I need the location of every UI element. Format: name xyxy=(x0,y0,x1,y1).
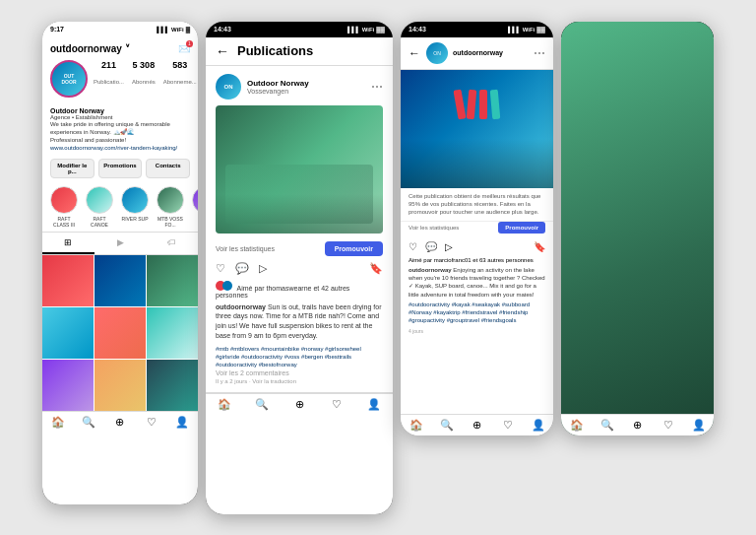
highlight-mt[interactable]: MT xyxy=(192,186,198,228)
pub-caption: outdoornorway Sun is out, trails have be… xyxy=(216,302,383,341)
highlight-sup[interactable]: RIVER SUP xyxy=(121,186,149,228)
notification-icon[interactable]: ✉️1 xyxy=(178,43,190,54)
nav-home-icon[interactable]: 🏠 xyxy=(42,416,74,429)
nav-add-4[interactable]: ⊕ xyxy=(622,419,653,432)
post-3-comment-icon[interactable]: 💬 xyxy=(425,241,437,252)
post-3-more[interactable]: ⋯ xyxy=(534,46,545,60)
battery-icon-2: ▓▓ xyxy=(376,27,385,33)
status-bar-1: 9:17 ▌▌▌ WiFi ▓ xyxy=(42,22,198,37)
pub-post-info: Outdoor Norway Vossevangen xyxy=(247,79,371,95)
nav-search-icon[interactable]: 🔍 xyxy=(74,416,105,429)
pub-title: Publications xyxy=(237,43,383,58)
grid-photo-3[interactable] xyxy=(147,255,198,306)
pub-back-button[interactable]: ← xyxy=(216,43,229,59)
tab-tagged[interactable]: 🏷 xyxy=(146,233,198,254)
post-3-view-stats[interactable]: Voir les statistiques xyxy=(409,225,459,231)
pub-post-image-bg xyxy=(216,105,383,234)
stat-pub-label: Publicatio... xyxy=(94,79,124,85)
profile-bio-text: We take pride in offering unique & memor… xyxy=(50,121,190,137)
bottom-nav-1: 🏠 🔍 ⊕ ♡ 👤 xyxy=(42,411,198,433)
nav-add-icon[interactable]: ⊕ xyxy=(104,416,136,429)
post-3-back[interactable]: ← xyxy=(409,46,420,60)
nav-search-icon-2[interactable]: 🔍 xyxy=(243,398,281,411)
post-3-bookmark-icon[interactable]: 🔖 xyxy=(534,241,545,252)
pub-post-image xyxy=(216,105,383,234)
bottom-nav-2: 🏠 🔍 ⊕ ♡ 👤 xyxy=(206,393,393,415)
comment-icon[interactable]: 💬 xyxy=(235,262,249,275)
edit-profile-button[interactable]: Modifier le p... xyxy=(50,159,94,178)
nav-add-icon-2[interactable]: ⊕ xyxy=(281,398,318,411)
pub-post-more-icon[interactable]: ⋯ xyxy=(371,80,383,94)
grid-photo-1[interactable] xyxy=(42,255,94,306)
nav-home-3[interactable]: 🏠 xyxy=(401,419,431,432)
promotions-button[interactable]: Promotions xyxy=(98,159,143,178)
stat-followers-label: Abonnés xyxy=(132,79,156,85)
post-3-liked-by: Aimé par marciofranc01 et 63 autres pers… xyxy=(401,257,553,266)
signal-icon-2: ▌▌▌ xyxy=(347,27,360,33)
bottom-nav-4: 🏠 🔍 ⊕ ♡ 👤 xyxy=(561,414,714,435)
profile-top-bar: outdoornorway ˅ ✉️1 xyxy=(50,43,190,54)
grid-photo-6[interactable] xyxy=(147,307,198,359)
grid-photo-9[interactable] xyxy=(147,360,198,411)
grid-photo-5[interactable] xyxy=(94,307,146,359)
stat-following: 583 Abonneme... xyxy=(163,60,197,88)
wifi-3: WiFi xyxy=(523,27,536,33)
nav-profile-icon-2[interactable]: 👤 xyxy=(355,398,393,411)
post-3-caption: outdoornorway Enjoying an activity on th… xyxy=(401,266,553,302)
like-icon[interactable]: ♡ xyxy=(216,262,225,275)
nav-heart-3[interactable]: ♡ xyxy=(492,419,523,432)
pub-post-actions: ♡ 💬 ▷ 🔖 xyxy=(216,262,383,275)
nav-profile-3[interactable]: 👤 xyxy=(523,419,553,432)
contacts-button[interactable]: Contacts xyxy=(146,159,190,178)
highlight-raft[interactable]: RAFT CLASS III xyxy=(50,186,78,228)
grid-photo-8[interactable] xyxy=(94,360,146,411)
nav-search-4[interactable]: 🔍 xyxy=(592,419,622,432)
post-3-avatar: ON xyxy=(426,42,448,64)
grid-photo-2[interactable] xyxy=(94,255,146,306)
profile-username[interactable]: outdoornorway ˅ xyxy=(50,43,130,54)
nav-heart-icon[interactable]: ♡ xyxy=(136,416,167,429)
nav-search-3[interactable]: 🔍 xyxy=(431,419,462,432)
pub-stats-bar: Voir les statistiques Promouvoir xyxy=(216,241,383,256)
time-3: 14:43 xyxy=(409,26,426,33)
profile-buttons: Modifier le p... Promotions Contacts xyxy=(42,155,198,182)
signal-3: ▌▌▌ xyxy=(508,27,521,33)
phone-publications-screen: 14:43 ▌▌▌ WiFi ▓▓ ← Publications ON Outd… xyxy=(206,22,393,514)
post-3-info-text: Cette publication obtient de meilleurs r… xyxy=(401,188,553,222)
highlight-canoe[interactable]: RAFT CANOE xyxy=(86,186,113,228)
nav-heart-icon-2[interactable]: ♡ xyxy=(318,398,355,411)
nav-heart-4[interactable]: ♡ xyxy=(653,419,683,432)
share-icon[interactable]: ▷ xyxy=(259,262,267,275)
liked-by-text: Aimé par thomaswearne et 42 autres perso… xyxy=(216,285,349,299)
phones-container: 9:17 ▌▌▌ WiFi ▓ outdoornorway ˅ ✉️1 xyxy=(42,22,714,514)
post-3-like-icon[interactable]: ♡ xyxy=(409,241,417,252)
nav-add-3[interactable]: ⊕ xyxy=(462,419,492,432)
post-3-hashtags: #outdooractivity #kayak #seakayak #subbo… xyxy=(401,301,553,327)
tab-grid[interactable]: ⊞ xyxy=(42,233,94,254)
pub-promote-button[interactable]: Promouvoir xyxy=(325,241,383,256)
bottom-nav-3: 🏠 🔍 ⊕ ♡ 👤 xyxy=(401,414,553,435)
pub-view-comments[interactable]: Voir les 2 commentaires xyxy=(216,369,383,376)
highlight-mtb[interactable]: MTB VOSS FO... xyxy=(157,186,184,228)
status-icons-3: ▌▌▌ WiFi ▓▓ xyxy=(508,27,545,33)
post-3-actions: ♡ 💬 ▷ 🔖 xyxy=(401,236,553,257)
signal-icon: ▌▌▌ xyxy=(157,27,169,33)
grid-photo-7[interactable] xyxy=(42,360,94,411)
bookmark-icon[interactable]: 🔖 xyxy=(369,262,383,275)
nav-profile-4[interactable]: 👤 xyxy=(683,419,714,432)
photo-grid xyxy=(42,255,198,411)
nav-profile-icon[interactable]: 👤 xyxy=(166,416,198,429)
nav-home-4[interactable]: 🏠 xyxy=(561,419,592,432)
post-3-promote[interactable]: Promouvoir xyxy=(498,222,545,234)
wifi-icon: WiFi xyxy=(171,27,184,33)
nav-home-icon-2[interactable]: 🏠 xyxy=(206,398,243,411)
profile-link[interactable]: www.outdoornorway.com/river-tandem-kayak… xyxy=(50,145,190,151)
grid-photo-4[interactable] xyxy=(42,307,94,359)
stat-followers-number: 5 308 xyxy=(132,60,156,70)
post-3-share-icon[interactable]: ▷ xyxy=(445,241,453,252)
pub-timestamp: Il y a 2 jours · Voir la traduction xyxy=(216,378,383,384)
post-3-image xyxy=(401,70,553,188)
pub-stats-text[interactable]: Voir les statistiques xyxy=(216,245,325,252)
tab-reels[interactable]: ▶ xyxy=(94,233,147,254)
post-3-stats-bar: Voir les statistiques Promouvoir xyxy=(401,222,553,236)
